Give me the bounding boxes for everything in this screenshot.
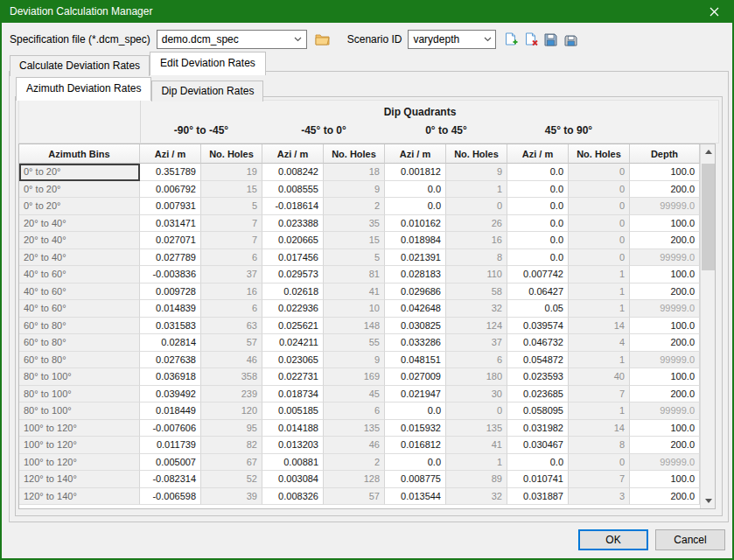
azi-per-m-cell[interactable]: 0.048151: [385, 352, 446, 369]
azi-per-m-cell[interactable]: 0.022936: [262, 300, 324, 318]
azimuth-bin-cell[interactable]: 120° to 140°: [19, 471, 140, 488]
depth-cell[interactable]: 99999.0: [630, 300, 700, 318]
azi-per-m-cell[interactable]: 0.0: [385, 402, 446, 420]
column-header[interactable]: Depth: [630, 144, 700, 164]
azimuth-bin-cell[interactable]: 40° to 60°: [19, 300, 140, 318]
azi-per-m-cell[interactable]: 0.013544: [385, 488, 446, 506]
tab-azimuth-deviation-rates[interactable]: Azimuth Deviation Rates: [16, 77, 151, 101]
azi-per-m-cell[interactable]: 0.027638: [140, 352, 201, 369]
azi-per-m-cell[interactable]: 0.0: [507, 198, 569, 215]
azimuth-bin-cell[interactable]: 100° to 120°: [19, 420, 140, 438]
azi-per-m-cell[interactable]: 0.0: [507, 232, 569, 249]
depth-cell[interactable]: 200.0: [630, 437, 700, 454]
depth-cell[interactable]: 99999.0: [630, 249, 700, 267]
azi-per-m-cell[interactable]: -0.007606: [140, 420, 201, 438]
azi-per-m-cell[interactable]: 0.007742: [507, 266, 569, 284]
depth-cell[interactable]: 100.0: [630, 420, 700, 438]
spec-file-combobox[interactable]: demo.dcm_spec: [157, 30, 307, 49]
azi-per-m-cell[interactable]: 0.017456: [262, 249, 324, 267]
delete-scenario-button[interactable]: [521, 31, 540, 49]
depth-cell[interactable]: 200.0: [630, 284, 700, 301]
azi-per-m-cell[interactable]: 0.054872: [507, 352, 569, 369]
azi-per-m-cell[interactable]: 0.031583: [140, 318, 201, 335]
azi-per-m-cell[interactable]: 0.007931: [140, 198, 201, 215]
depth-cell[interactable]: 100.0: [630, 368, 700, 386]
tab-edit-deviation-rates[interactable]: Edit Deviation Rates: [150, 52, 266, 75]
azi-per-m-cell[interactable]: 0.06427: [507, 284, 569, 301]
depth-cell[interactable]: 99999.0: [630, 352, 700, 369]
azi-per-m-cell[interactable]: 0.058095: [507, 402, 569, 420]
azi-per-m-cell[interactable]: 0.023593: [507, 368, 569, 386]
save-scenario-button[interactable]: [542, 31, 560, 49]
azi-per-m-cell[interactable]: 0.00881: [262, 454, 324, 472]
azi-per-m-cell[interactable]: 0.022731: [262, 368, 324, 386]
depth-cell[interactable]: 100.0: [630, 471, 700, 488]
azi-per-m-cell[interactable]: 0.027009: [385, 368, 446, 386]
azi-per-m-cell[interactable]: 0.005185: [262, 402, 324, 420]
azi-per-m-cell[interactable]: -0.082314: [140, 471, 201, 488]
azi-per-m-cell[interactable]: -0.018614: [262, 198, 324, 215]
depth-cell[interactable]: 100.0: [630, 266, 700, 284]
azimuth-bin-cell[interactable]: 20° to 40°: [19, 249, 140, 267]
azi-per-m-cell[interactable]: 0.018734: [262, 386, 324, 403]
browse-spec-file-button[interactable]: [313, 31, 332, 49]
azimuth-bin-cell[interactable]: 20° to 40°: [19, 232, 140, 249]
azi-per-m-cell[interactable]: 0.036918: [140, 368, 201, 386]
azi-per-m-cell[interactable]: 0.0: [507, 215, 569, 233]
azi-per-m-cell[interactable]: 0.011739: [140, 437, 201, 454]
column-header[interactable]: Azimuth Bins: [19, 144, 140, 164]
vertical-scrollbar[interactable]: [700, 144, 715, 508]
azi-per-m-cell[interactable]: 0.014839: [140, 300, 201, 318]
azi-per-m-cell[interactable]: 0.031471: [140, 215, 201, 233]
close-button[interactable]: [696, 0, 732, 23]
azimuth-bin-cell[interactable]: 40° to 60°: [19, 266, 140, 284]
column-header[interactable]: Azi / m: [140, 144, 201, 164]
azi-per-m-cell[interactable]: 0.046732: [507, 334, 569, 352]
column-header[interactable]: Azi / m: [385, 144, 446, 164]
azi-per-m-cell[interactable]: 0.025621: [262, 318, 324, 335]
azi-per-m-cell[interactable]: 0.023685: [507, 386, 569, 403]
azimuth-bin-cell[interactable]: 80° to 100°: [19, 386, 140, 403]
azimuth-bin-cell[interactable]: 60° to 80°: [19, 352, 140, 369]
cancel-button[interactable]: Cancel: [655, 529, 725, 550]
azi-per-m-cell[interactable]: 0.05: [507, 300, 569, 318]
column-header[interactable]: No. Holes: [324, 144, 385, 164]
azi-per-m-cell[interactable]: 0.02618: [262, 284, 324, 301]
depth-cell[interactable]: 99999.0: [630, 402, 700, 420]
azi-per-m-cell[interactable]: 0.030467: [507, 437, 569, 454]
scroll-down-button[interactable]: [701, 494, 716, 508]
azi-per-m-cell[interactable]: 0.010741: [507, 471, 569, 488]
azi-per-m-cell[interactable]: 0.0: [507, 454, 569, 472]
azimuth-bin-cell[interactable]: 80° to 100°: [19, 368, 140, 386]
azimuth-bin-cell[interactable]: 60° to 80°: [19, 334, 140, 352]
azi-per-m-cell[interactable]: 0.008242: [262, 164, 324, 181]
azi-per-m-cell[interactable]: 0.033286: [385, 334, 446, 352]
azi-per-m-cell[interactable]: 0.018984: [385, 232, 446, 249]
column-header[interactable]: No. Holes: [446, 144, 507, 164]
azimuth-bin-cell[interactable]: 100° to 120°: [19, 437, 140, 454]
scroll-up-button[interactable]: [701, 144, 716, 159]
azi-per-m-cell[interactable]: 0.008555: [262, 181, 324, 199]
azi-per-m-cell[interactable]: 0.006792: [140, 181, 201, 199]
column-header[interactable]: No. Holes: [201, 144, 262, 164]
azi-per-m-cell[interactable]: 0.0: [385, 198, 446, 215]
azimuth-bin-cell[interactable]: 20° to 40°: [19, 215, 140, 233]
azi-per-m-cell[interactable]: 0.0: [507, 164, 569, 181]
ok-button[interactable]: OK: [578, 529, 648, 550]
depth-cell[interactable]: 100.0: [630, 215, 700, 233]
azi-per-m-cell[interactable]: -0.003836: [140, 266, 201, 284]
azi-per-m-cell[interactable]: 0.030825: [385, 318, 446, 335]
azi-per-m-cell[interactable]: 0.015932: [385, 420, 446, 438]
azi-per-m-cell[interactable]: 0.023388: [262, 215, 324, 233]
azimuth-bin-cell[interactable]: 100° to 120°: [19, 454, 140, 472]
save-scenario-as-button[interactable]: [562, 31, 580, 49]
azimuth-bin-cell[interactable]: 80° to 100°: [19, 402, 140, 420]
azi-per-m-cell[interactable]: 0.005007: [140, 454, 201, 472]
azi-per-m-cell[interactable]: 0.031887: [507, 488, 569, 506]
azi-per-m-cell[interactable]: 0.042648: [385, 300, 446, 318]
azi-per-m-cell[interactable]: 0.009728: [140, 284, 201, 301]
azi-per-m-cell[interactable]: 0.029573: [262, 266, 324, 284]
azi-per-m-cell[interactable]: 0.0: [507, 181, 569, 199]
azi-per-m-cell[interactable]: 0.024211: [262, 334, 324, 352]
azi-per-m-cell[interactable]: 0.008775: [385, 471, 446, 488]
